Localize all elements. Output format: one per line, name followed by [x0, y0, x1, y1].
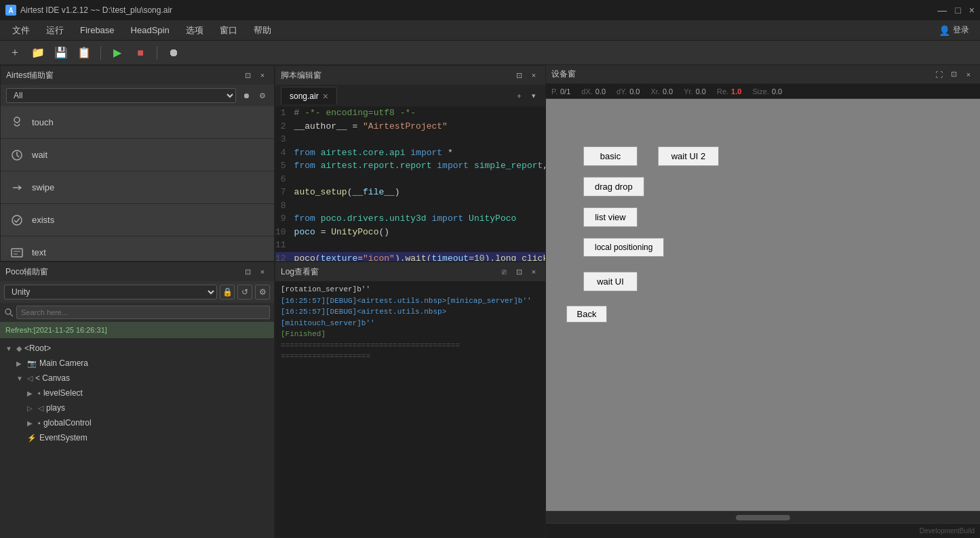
development-build-text: DevelopmentBuild [920, 527, 975, 535]
code-table: 1 # -*- encoding=utf8 -*- 2 __author__ =… [275, 106, 545, 261]
tree-item-plays[interactable]: ▷ ◁ plays [0, 400, 274, 415]
airtest-item-exists[interactable]: exists [1, 204, 274, 236]
root-node-icon: ◆ [16, 344, 22, 353]
device-fullscreen-btn[interactable]: ⛶ [933, 68, 945, 81]
scrollbar-thumb-h[interactable] [736, 515, 790, 520]
run-button[interactable]: ▶ [108, 43, 127, 62]
new-file-button[interactable]: ＋ [5, 43, 24, 62]
unity-btn-list-view[interactable]: list view [583, 207, 638, 227]
airtest-panel-header: Airtest辅助窗 ⊡ × [1, 66, 274, 85]
airtest-item-swipe[interactable]: swipe [1, 171, 274, 204]
poco-lock-btn[interactable]: 🔒 [220, 285, 235, 299]
code-line-12: 12 poco(texture="icon").wait(timeout=10)… [275, 252, 545, 262]
tree-item-root[interactable]: ▼ ◆ <Root> [0, 341, 274, 356]
poco-refresh-btn[interactable]: ↺ [237, 285, 252, 299]
open-file-button[interactable]: 📁 [28, 43, 47, 62]
editor-expand-btn[interactable]: ⊡ [513, 69, 525, 81]
tree-item-levelselect[interactable]: ▶ ▪ levelSelect [0, 386, 274, 400]
app-icon: A [5, 5, 16, 16]
poco-panel-title: Poco辅助窗 [5, 266, 237, 278]
log-content-area[interactable]: [rotation_server]b'' [16:25:57][DEBUG]<a… [275, 281, 545, 537]
tab-close-btn[interactable]: × [323, 91, 328, 102]
log-clear-btn[interactable]: ⎚ [498, 266, 510, 278]
unity-btn-drag-drop[interactable]: drag drop [583, 177, 644, 196]
poco-search-input[interactable] [16, 306, 270, 319]
device-close-btn[interactable]: × [962, 68, 975, 81]
main-content: Airtest辅助窗 ⊡ × All ⏺ ⚙ touch [0, 65, 980, 538]
poco-tree: ▼ ◆ <Root> ▶ 📷 Main Camera ▼ ◁ < Canvas [0, 338, 274, 538]
globalcontrol-node-icon: ▪ [38, 419, 41, 427]
airtest-panel-close-btn[interactable]: × [256, 69, 269, 81]
device-expand-btn[interactable]: ⊡ [947, 68, 960, 81]
editor-menu-btn[interactable]: ▾ [528, 89, 540, 102]
tree-item-eventsystem-label: EventSystem [39, 433, 87, 442]
coord-xr: Xr. 0.0 [650, 87, 673, 96]
minimize-btn[interactable]: — [937, 5, 947, 16]
menu-firebase[interactable]: Firebase [73, 22, 121, 38]
window-controls[interactable]: — □ × [937, 5, 975, 16]
poco-panel-close-btn[interactable]: × [256, 266, 269, 278]
airtest-toolbar: All ⏺ ⚙ [1, 85, 274, 106]
airtest-item-text[interactable]: text [1, 236, 274, 261]
log-expand-btn[interactable]: ⊡ [513, 266, 525, 278]
poco-settings-btn[interactable]: ⚙ [255, 285, 270, 299]
poco-refresh-text: Refresh:[2021-11-25 16:26:31] [5, 326, 107, 334]
airtest-settings-btn[interactable]: ⚙ [256, 89, 269, 102]
unity-btn-wait-ui-2[interactable]: wait UI 2 [658, 146, 719, 166]
airtest-item-touch[interactable]: touch [1, 106, 274, 139]
left-panels: Airtest辅助窗 ⊡ × All ⏺ ⚙ touch [0, 65, 275, 538]
maximize-btn[interactable]: □ [955, 5, 960, 16]
eventsystem-node-icon: ⚡ [27, 434, 37, 442]
unity-btn-basic[interactable]: basic [583, 146, 638, 166]
coord-size: Size. 0.0 [752, 87, 782, 96]
tree-item-levelselect-label: levelSelect [43, 388, 83, 398]
editor-close-btn[interactable]: × [528, 69, 540, 81]
menu-window[interactable]: 窗口 [213, 22, 244, 39]
save-button[interactable]: 💾 [52, 43, 71, 62]
menu-options[interactable]: 选项 [179, 22, 210, 39]
editor-add-tab-btn[interactable]: ＋ [513, 89, 525, 102]
poco-panel-expand-btn[interactable]: ⊡ [241, 266, 254, 278]
coord-dx: dX. 0.0 [581, 87, 606, 96]
log-panel-title: Log查看窗 [281, 266, 494, 278]
airtest-panel-expand-btn[interactable]: ⊡ [241, 69, 254, 81]
close-btn[interactable]: × [969, 5, 975, 16]
editor-panel-title: 脚本编辑窗 [281, 70, 509, 81]
editor-code-area[interactable]: 1 # -*- encoding=utf8 -*- 2 __author__ =… [275, 106, 545, 261]
login-button[interactable]: 👤 登录 [933, 22, 975, 39]
poco-search-bar [0, 303, 274, 322]
poco-toolbar: Unity 🔒 ↺ ⚙ [0, 281, 274, 303]
stop-button[interactable]: ■ [131, 43, 150, 62]
airtest-category-select[interactable]: All [6, 88, 236, 103]
menu-bar: 文件 运行 Firebase HeadSpin 选项 窗口 帮助 👤 登录 [0, 20, 980, 41]
save-as-button[interactable]: 📋 [75, 43, 94, 62]
unity-btn-back[interactable]: Back [566, 306, 607, 323]
editor-tab-song[interactable]: song.air × [281, 87, 337, 104]
tree-item-main-camera[interactable]: ▶ 📷 Main Camera [0, 356, 274, 371]
poco-panel-header: Poco辅助窗 ⊡ × [0, 262, 274, 281]
unity-btn-local-positioning[interactable]: local positioning [583, 238, 664, 257]
menu-headspin[interactable]: HeadSpin [124, 22, 176, 38]
code-line-10: 10 poco = UnityPoco() [275, 226, 545, 239]
airtest-record-btn[interactable]: ⏺ [240, 89, 252, 102]
tree-item-globalcontrol[interactable]: ▶ ▪ globalControl [0, 415, 274, 430]
poco-engine-select[interactable]: Unity [4, 285, 217, 299]
svg-point-2 [12, 215, 22, 225]
code-line-3: 3 [275, 133, 545, 146]
svg-rect-3 [12, 249, 22, 257]
airtest-item-wait[interactable]: wait [1, 139, 274, 171]
toolbar-separator-2 [157, 46, 157, 60]
editor-tab-label: song.air [290, 91, 319, 101]
airtest-item-exists-label: exists [32, 215, 54, 225]
unity-btn-wait-ui[interactable]: wait UI [583, 272, 638, 291]
device-scrollbar-h[interactable] [546, 511, 980, 523]
menu-file[interactable]: 文件 [5, 22, 37, 39]
menu-help[interactable]: 帮助 [247, 22, 278, 39]
tree-item-canvas[interactable]: ▼ ◁ < Canvas [0, 371, 274, 386]
menu-run[interactable]: 运行 [39, 22, 71, 39]
record-button[interactable]: ⏺ [164, 43, 183, 62]
log-close-btn[interactable]: × [528, 266, 540, 278]
poco-panel-icons: ⊡ × [241, 266, 269, 278]
tree-item-eventsystem[interactable]: ⚡ EventSystem [0, 430, 274, 445]
root-expand-icon: ▼ [5, 345, 14, 352]
